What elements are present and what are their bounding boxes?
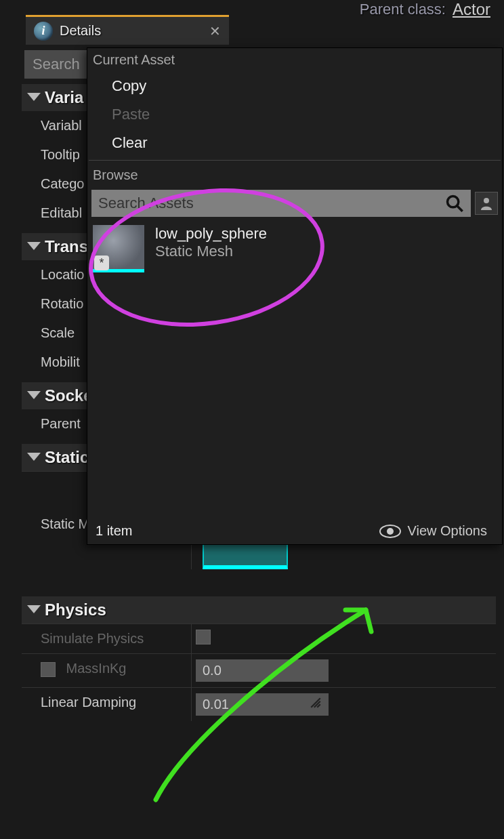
search-icon <box>445 194 464 213</box>
parent-class-info: Parent class: Actor <box>360 0 490 19</box>
info-icon: i <box>34 22 53 41</box>
svg-point-6 <box>387 528 394 535</box>
svg-line-3 <box>457 206 463 211</box>
physics-grid: Simulate Physics MassInKg 0.0 Linear Dam… <box>22 623 496 721</box>
asset-search-placeholder: Search Assets <box>98 195 194 212</box>
view-options-button[interactable]: View Options <box>379 523 494 539</box>
divider <box>89 160 501 161</box>
section-title: Varia <box>45 88 83 107</box>
section-title: Trans <box>45 237 88 256</box>
popup-section-browse: Browse <box>87 163 502 187</box>
mass-input[interactable]: 0.0 <box>196 659 329 682</box>
tab-details[interactable]: i Details ✕ <box>26 15 229 45</box>
view-options-label: View Options <box>408 523 487 539</box>
asset-thumbnail <box>93 225 144 272</box>
close-icon[interactable]: ✕ <box>209 23 221 39</box>
section-title: Physics <box>45 600 106 619</box>
asset-name: low_poly_sphere <box>155 225 267 243</box>
asset-search-input[interactable]: Search Assets <box>91 190 471 217</box>
parent-class-label: Parent class: <box>360 1 446 18</box>
section-header-physics[interactable]: Physics <box>22 596 496 623</box>
prop-mass: MassInKg <box>22 653 191 687</box>
simulate-checkbox[interactable] <box>196 630 211 644</box>
collapse-icon <box>27 93 41 101</box>
collapse-icon <box>27 605 41 613</box>
tab-title: Details <box>60 23 101 39</box>
menu-copy[interactable]: Copy <box>87 72 502 100</box>
filter-by-class-icon[interactable] <box>475 192 498 215</box>
collapse-icon <box>27 242 41 250</box>
collapse-icon <box>27 391 41 399</box>
asset-count: 1 item <box>96 523 132 539</box>
collapse-icon <box>27 453 41 461</box>
mass-label: MassInKg <box>66 661 127 676</box>
mass-checkbox[interactable] <box>41 662 56 677</box>
parent-class-link[interactable]: Actor <box>453 0 490 19</box>
tab-bar: i Details ✕ <box>26 15 229 45</box>
asset-picker-popup: Current Asset Copy Paste Clear Browse Se… <box>87 47 503 545</box>
section-title: Socke <box>45 386 93 405</box>
menu-paste: Paste <box>87 100 502 129</box>
prop-linear-damping: Linear Damping <box>22 687 191 721</box>
svg-point-2 <box>448 197 459 207</box>
menu-clear[interactable]: Clear <box>87 129 502 157</box>
popup-section-current-asset: Current Asset <box>87 48 502 72</box>
section-title: Static <box>45 448 89 467</box>
linear-damping-value: 0.01 <box>203 697 229 712</box>
svg-point-4 <box>484 198 489 203</box>
eye-icon <box>379 525 401 538</box>
asset-list: low_poly_sphere Static Mesh <box>87 220 502 518</box>
drag-icon <box>310 697 322 709</box>
prop-simulate-physics: Simulate Physics <box>22 623 191 653</box>
linear-damping-input[interactable]: 0.01 <box>196 693 329 716</box>
asset-type: Static Mesh <box>155 243 267 260</box>
asset-list-item[interactable]: low_poly_sphere Static Mesh <box>87 220 502 278</box>
